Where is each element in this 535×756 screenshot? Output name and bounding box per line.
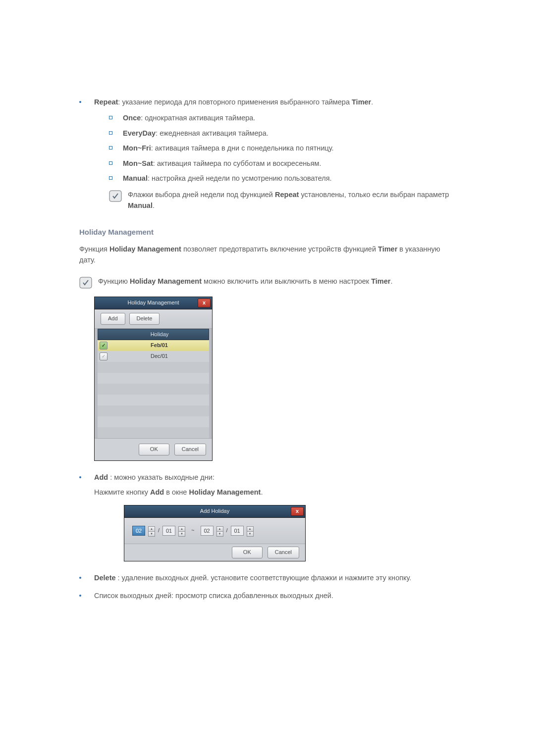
table-row [98,416,209,427]
option-desc: : однократная активация таймера. [141,114,255,122]
list-item: Delete : удаление выходных дней. установ… [79,572,458,583]
slash-separator: / [158,526,160,535]
delete-label: Delete [94,574,116,582]
start-day-input[interactable]: 01 [162,526,175,536]
repeat-options-list: Once: однократная активация таймера. Eve… [94,112,458,184]
holiday-table: Holiday ✓ Feb/01 ✓ Dec/01 [95,329,212,438]
list-item: EveryDay: ежедневная активация таймера. [109,128,458,139]
spinner-icon[interactable]: ▲▼ [247,526,254,535]
table-header-row: Holiday [98,329,209,340]
table-row [98,373,209,384]
end-day-input[interactable]: 01 [231,526,244,536]
add-dialog-body: 02 ▲▼ / 01 ▲▼ ~ 02 ▲▼ / 01 ▲▼ [124,518,305,544]
add-desc: : можно указать выходные дни: [108,473,214,481]
holiday-note: Функцию Holiday Management можно включит… [79,276,458,289]
spinner-icon[interactable]: ▲▼ [148,526,155,535]
spinner-icon[interactable]: ▲▼ [216,526,223,535]
add-bullet-list: Add : можно указать выходные дни: Нажмит… [79,472,458,602]
dialog-footer: OK Cancel [124,544,305,561]
dialog-title: Holiday Management [128,299,179,307]
repeat-desc-end: . [371,98,373,106]
list-item: Repeat: указание периода для повторного … [79,97,458,211]
option-label: Mon~Fri [123,144,151,152]
holiday-paragraph: Функция Holiday Management позволяет пре… [79,244,458,266]
add-holiday-dialog: Add Holiday x 02 ▲▼ / 01 ▲▼ ~ 02 ▲▼ / 01… [124,505,306,561]
table-row [98,427,209,438]
option-desc: : ежедневная активация таймера. [156,129,268,137]
table-row[interactable]: ✓ Feb/01 [98,340,209,351]
option-label: EveryDay [123,129,156,137]
ok-button[interactable]: OK [139,444,169,455]
option-label: Once [123,114,141,122]
option-desc: : настройка дней недели по усмотрению по… [148,174,332,182]
repeat-desc-timer: Timer [352,98,371,106]
delete-button[interactable]: Delete [129,313,160,325]
list-item: Add : можно указать выходные дни: Нажмит… [79,472,458,561]
holiday-cell: Dec/01 [109,352,209,360]
add-instruction: Нажмите кнопку Add в окне Holiday Manage… [94,487,458,498]
delete-desc: : удаление выходных дней. установите соо… [116,574,412,582]
holiday-column-header: Holiday [110,330,209,339]
add-label: Add [94,473,108,481]
dialog-toolbar: Add Delete [95,309,212,329]
tilde-separator: ~ [188,526,197,535]
list-item: Once: однократная активация таймера. [109,112,458,123]
note-text: Функцию Holiday Management можно включит… [98,276,458,287]
cancel-button[interactable]: Cancel [268,547,299,558]
repeat-desc-prefix: : указание периода для повторного примен… [118,98,352,106]
dialog-titlebar: Add Holiday x [124,505,305,518]
list-item: Mon~Sat: активация таймера по субботам и… [109,158,458,169]
list-item: Список выходных дней: просмотр списка до… [79,590,458,601]
table-row [98,405,209,416]
slash-separator: / [226,526,228,535]
repeat-label: Repeat [94,98,118,106]
repeat-note: Флажки выбора дней недели под функцией R… [109,189,458,211]
table-row [98,395,209,405]
note-text: Флажки выбора дней недели под функцией R… [128,189,458,211]
row-checkbox[interactable]: ✓ [100,342,107,350]
close-button[interactable]: x [198,299,211,307]
cancel-button[interactable]: Cancel [174,444,206,455]
dialog-titlebar: Holiday Management x [95,297,212,309]
spinner-icon[interactable]: ▲▼ [178,526,185,535]
option-label: Mon~Sat [123,159,153,167]
list-item: Mon~Fri: активация таймера в дни с понед… [109,143,458,153]
close-button[interactable]: x [291,507,304,516]
table-row [98,384,209,395]
table-row[interactable]: ✓ Dec/01 [98,351,209,362]
end-month-input[interactable]: 02 [201,526,214,536]
document-page: Repeat: указание периода для повторного … [0,0,535,667]
dialog-title: Add Holiday [200,507,229,515]
repeat-bullet-list: Repeat: указание периода для повторного … [79,97,458,211]
holiday-heading: Holiday Management [79,226,458,238]
start-month-input[interactable]: 02 [132,526,145,536]
row-checkbox[interactable]: ✓ [100,353,107,360]
note-icon [79,277,92,289]
holiday-management-dialog: Holiday Management x Add Delete Holiday … [94,297,213,461]
add-button[interactable]: Add [101,313,125,325]
option-desc: : активация таймера в дни с понедельника… [151,144,334,152]
note-icon [109,190,122,202]
list-item: Manual: настройка дней недели по усмотре… [109,173,458,184]
holiday-cell: Feb/01 [109,341,209,350]
option-desc: : активация таймера по субботам и воскре… [153,159,321,167]
ok-button[interactable]: OK [232,547,263,558]
table-row [98,362,209,373]
option-label: Manual [123,174,148,182]
dialog-footer: OK Cancel [95,438,212,460]
list-item-desc: Список выходных дней: просмотр списка до… [94,592,333,600]
